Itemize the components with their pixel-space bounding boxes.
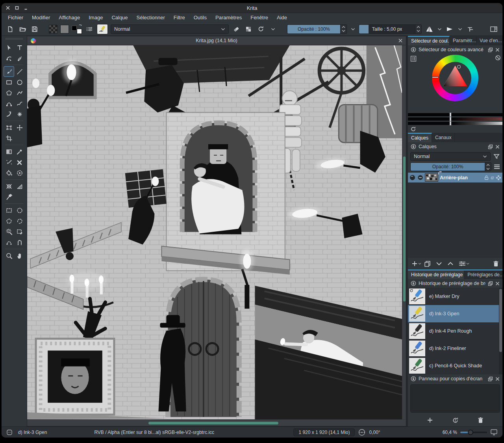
tool-bezier-curve-icon[interactable] (4, 98, 14, 109)
docker-float-icon[interactable] (488, 281, 493, 286)
menu-fenetre[interactable]: Fenêtre (246, 13, 272, 22)
menu-calque[interactable]: Calque (107, 13, 132, 22)
canvas[interactable] (27, 45, 402, 419)
mirror-vertical-icon[interactable] (445, 24, 454, 34)
layer-filter-icon[interactable] (493, 153, 500, 160)
move-layer-up-button[interactable] (447, 261, 454, 267)
tool-assistants-icon[interactable] (4, 181, 14, 192)
wrap-around-mode-icon[interactable] (465, 24, 475, 34)
color-bar-1[interactable] (408, 113, 502, 116)
brush-preset-row[interactable]: e) Marker Dry (408, 288, 502, 305)
brush-preset-chip[interactable] (97, 24, 108, 34)
delete-layer-button[interactable] (492, 260, 500, 268)
toolbox-handle[interactable] (5, 38, 23, 40)
preset-scroll-thumb[interactable] (499, 289, 502, 352)
layer-properties-button[interactable] (458, 260, 470, 267)
hue-ring[interactable] (432, 55, 478, 101)
horizontal-scroll-thumb[interactable] (148, 422, 278, 424)
layer-row-arriere-plan[interactable]: Arrière-plan α (408, 173, 502, 182)
brush-size-slider[interactable]: Taille : 5,00 px (359, 24, 422, 34)
docker-float-icon[interactable] (488, 376, 493, 382)
menu-selectionner[interactable]: Sélectionner (132, 13, 169, 22)
pattern-swatch[interactable] (60, 25, 69, 34)
tool-crop-icon[interactable] (4, 133, 14, 143)
advanced-color-selector[interactable] (408, 54, 502, 113)
tab-brush-preset-history[interactable]: Historique de préréglage ... (408, 270, 464, 279)
docker-close-icon[interactable] (495, 145, 500, 149)
snapshot-delete-button[interactable] (478, 417, 484, 423)
tool-ellipse-icon[interactable] (14, 77, 25, 87)
brush-preset-row[interactable]: c) Pencil-6 Quick Shade (408, 357, 502, 374)
docker-close-icon[interactable] (495, 377, 500, 381)
tab-tool-options[interactable]: Paramètr... (450, 36, 476, 45)
tool-measure-icon[interactable] (14, 181, 25, 192)
tool-freehand-path-icon[interactable] (14, 98, 25, 109)
workspace-chooser-icon[interactable] (489, 24, 498, 34)
color-bar-2[interactable] (408, 117, 502, 121)
layer-inherit-alpha-icon[interactable] (417, 175, 423, 181)
menu-image[interactable]: Image (84, 13, 107, 22)
canvas-rotation-icon[interactable] (358, 428, 366, 436)
tool-contiguous-select-icon[interactable] (4, 226, 14, 237)
tool-text-icon[interactable] (14, 42, 25, 53)
tool-bezier-select-icon[interactable] (4, 237, 14, 248)
tool-line-icon[interactable] (14, 66, 25, 77)
add-layer-button[interactable] (411, 260, 422, 268)
toolbar-overflow-chevron-icon[interactable] (268, 24, 278, 34)
color-refresh-icon[interactable] (410, 126, 416, 132)
tool-rect-select-icon[interactable] (4, 205, 14, 216)
docker-lock-icon[interactable] (411, 376, 416, 382)
tool-ellipse-select-icon[interactable] (14, 205, 25, 216)
statusbar-zoom-value[interactable]: 60,4 % (443, 430, 457, 435)
docker-float-icon[interactable] (488, 144, 493, 149)
tool-polygon-select-icon[interactable] (4, 216, 14, 226)
document-titlebar[interactable]: Krita.jpg (14,1 Mio) (27, 36, 406, 45)
tool-similar-select-icon[interactable] (14, 226, 25, 237)
eraser-mode-icon[interactable] (232, 24, 241, 34)
tool-dynamic-brush-icon[interactable] (4, 109, 14, 119)
preserve-alpha-icon[interactable] (244, 24, 253, 34)
layer-lock-icon[interactable] (484, 175, 489, 180)
opacity-slider[interactable]: Opacité : 100% (287, 24, 347, 34)
snapshot-switch-button[interactable] (452, 417, 459, 424)
zoom-slider-knob[interactable] (468, 430, 473, 435)
statusbar-color-profile[interactable]: RVB / Alpha (Entier sur 8 bi...al) sRGB-… (94, 430, 214, 435)
preset-list-scrollbar[interactable] (499, 288, 502, 374)
tool-freehand-select-icon[interactable] (14, 216, 25, 226)
layer-options-icon[interactable] (494, 164, 500, 169)
mirror-vertical-chevron-icon[interactable] (457, 24, 463, 34)
menu-fichier[interactable]: Fichier (4, 13, 28, 22)
canvas-horizontal-scrollbar[interactable] (27, 419, 406, 426)
tool-rectangle-icon[interactable] (4, 77, 14, 87)
current-preset-icon[interactable] (6, 429, 13, 436)
docker-lock-icon[interactable] (411, 281, 416, 286)
tab-color-selector[interactable]: Sélecteur de coul... (408, 36, 450, 45)
tab-channels[interactable]: Canaux (432, 133, 455, 142)
mirror-horizontal-icon[interactable] (424, 24, 434, 34)
tool-freehand-brush-icon[interactable] (4, 66, 14, 77)
tool-pan-icon[interactable] (14, 250, 25, 261)
blending-mode-combo[interactable]: Normal (111, 24, 229, 34)
close-window-icon[interactable] (6, 6, 10, 10)
docker-lock-icon[interactable] (411, 144, 416, 149)
maximize-window-icon[interactable] (15, 6, 19, 10)
docker-close-icon[interactable] (495, 281, 500, 286)
menu-outils[interactable]: Outils (189, 13, 211, 22)
color-history-bars[interactable] (408, 113, 502, 125)
layer-blending-mode-combo[interactable]: Normal (410, 152, 491, 161)
docker-close-icon[interactable] (495, 48, 500, 52)
open-document-icon[interactable] (18, 24, 27, 34)
vertical-scroll-thumb[interactable] (403, 156, 406, 302)
duplicate-layer-button[interactable] (423, 260, 432, 268)
statusbar-rotation[interactable]: 0,00° (369, 430, 380, 435)
menu-aide[interactable]: Aide (272, 13, 291, 22)
tool-transform-icon[interactable] (4, 122, 14, 133)
layers-list-empty-area[interactable] (408, 182, 502, 258)
brush-size-spinner[interactable] (415, 25, 421, 34)
tool-colorize-mask-icon[interactable] (4, 157, 14, 168)
tool-reference-images-icon[interactable] (4, 192, 14, 202)
reload-preset-icon[interactable] (256, 24, 265, 34)
tool-smart-patch-icon[interactable] (14, 157, 25, 168)
tool-select-shapes-icon[interactable] (4, 42, 14, 53)
no-color-icon[interactable] (495, 55, 501, 61)
